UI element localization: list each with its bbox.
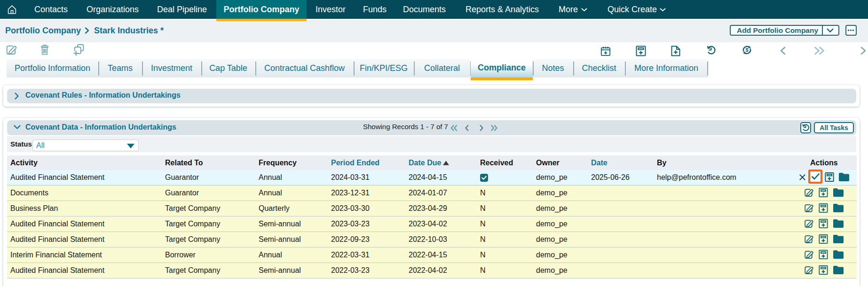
svg-text:$: $	[745, 47, 748, 53]
